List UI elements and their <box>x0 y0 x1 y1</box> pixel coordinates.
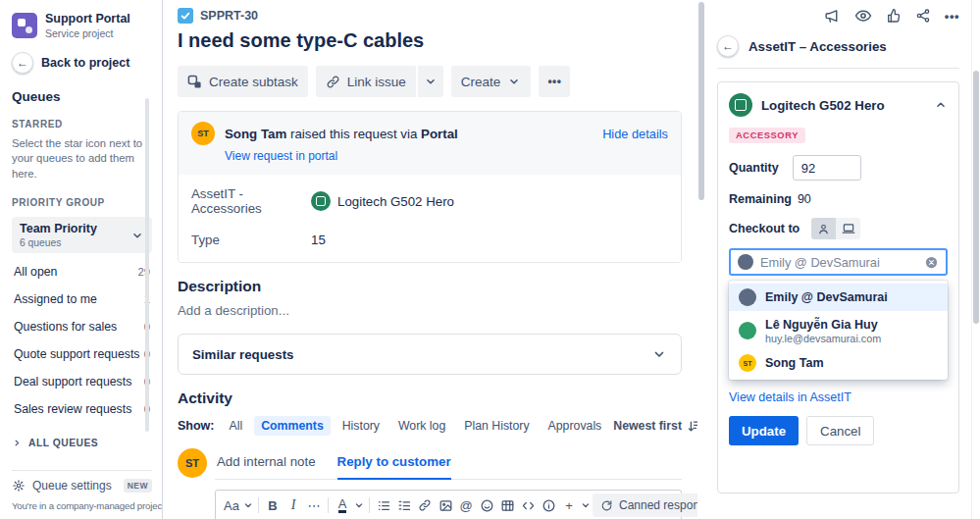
tab-add-internal-note[interactable]: Add internal note <box>217 448 316 479</box>
breadcrumb-issue-key[interactable]: SPPRT-30 <box>200 9 258 23</box>
feedback-button[interactable] <box>824 8 841 25</box>
dropdown-item-huy[interactable]: Lê Nguyễn Gia Huy huy.le@devsamurai.com <box>729 311 948 349</box>
chevron-down-icon <box>242 499 254 511</box>
chevron-down-icon <box>651 346 667 362</box>
watch-button[interactable] <box>854 7 872 25</box>
gear-icon <box>12 479 26 493</box>
image-icon <box>438 498 453 513</box>
team-priority-label: Team Priority <box>20 222 97 235</box>
numbered-list-button[interactable] <box>394 493 414 517</box>
eye-icon <box>854 7 872 25</box>
more-formatting-button[interactable]: ⋯ <box>304 493 324 517</box>
activity-filter-bar: Show: All Comments History Work log Plan… <box>178 416 682 436</box>
view-request-in-portal-link[interactable]: View request in portal <box>225 149 337 163</box>
priority-group-heading: PRIORITY GROUP <box>12 197 152 208</box>
field-value-asset[interactable]: Logitech G502 Hero <box>311 191 454 211</box>
remaining-value: 90 <box>798 192 811 206</box>
checkout-target-toggle <box>811 218 860 239</box>
queue-settings[interactable]: Queue settings NEW <box>12 479 152 493</box>
queues-heading: Queues <box>12 89 152 104</box>
selected-user-value: Emily @ DevSamurai <box>760 255 917 270</box>
reporter-avatar: ST <box>191 122 215 145</box>
sidebar-scrollbar[interactable] <box>145 98 149 432</box>
all-queues-label: ALL QUEUES <box>28 438 98 448</box>
text-color-button[interactable]: A <box>333 493 352 517</box>
canned-responses-button[interactable]: Canned responses <box>593 493 697 517</box>
right-scrollbar-track[interactable] <box>971 0 980 519</box>
asset-avatar-icon <box>311 191 331 211</box>
insert-more-button[interactable]: + <box>559 493 579 517</box>
insert-image-button[interactable] <box>436 493 455 517</box>
right-scrollbar-thumb[interactable] <box>973 71 979 324</box>
sidebar-item-sales-review-requests[interactable]: Sales review requests 0 <box>12 395 152 423</box>
code-block-button[interactable] <box>518 493 538 517</box>
text-style-button[interactable]: Aa <box>222 493 241 517</box>
main-scrollbar-track[interactable] <box>697 0 705 519</box>
italic-button[interactable]: I <box>284 493 303 517</box>
mention-button[interactable]: @ <box>456 493 476 517</box>
asset-card-header[interactable]: Logitech G502 Hero <box>729 93 948 117</box>
editor-toolbar: Aa B I ⋯ A @ + <box>216 491 681 519</box>
dropdown-item-song-tam[interactable]: ST Song Tam <box>729 349 948 377</box>
chevron-right-icon <box>12 438 23 448</box>
sidebar-item-deal-support-requests[interactable]: Deal support requests 0 <box>12 368 152 395</box>
activity-filter-worklog[interactable]: Work log <box>391 416 452 436</box>
user-avatar <box>739 288 756 306</box>
all-queues-toggle[interactable]: ALL QUEUES <box>12 438 152 448</box>
info-icon <box>542 498 556 513</box>
insert-table-button[interactable] <box>497 493 517 517</box>
thumbs-up-icon <box>886 8 902 24</box>
sidebar-item-assigned-to-me[interactable]: Assigned to me 1 <box>12 285 152 313</box>
similar-requests-panel[interactable]: Similar requests <box>178 334 682 375</box>
link-issue-dropdown-button[interactable] <box>418 66 443 97</box>
more-button[interactable]: ••• <box>945 9 959 24</box>
sidebar-item-all-open[interactable]: All open 29 <box>12 258 152 285</box>
dropdown-item-emily[interactable]: Emily @ DevSamurai <box>729 284 948 311</box>
back-to-project[interactable]: ← Back to project <box>12 52 152 74</box>
card-actions: Update Cancel <box>729 416 948 445</box>
back-arrow-icon: ← <box>12 52 33 74</box>
quantity-label: Quantity <box>729 161 779 175</box>
clear-selection-icon[interactable] <box>924 255 939 270</box>
activity-heading: Activity <box>178 389 682 407</box>
link-issue-button[interactable]: Link issue <box>316 66 416 97</box>
share-button[interactable] <box>915 8 931 24</box>
field-value-type[interactable]: 15 <box>311 233 326 247</box>
create-subtask-button[interactable]: Create subtask <box>178 66 308 97</box>
emoji-button[interactable] <box>477 493 496 517</box>
activity-filter-plan-history[interactable]: Plan History <box>457 416 536 436</box>
sidebar-item-quote-support-requests[interactable]: Quote support requests 0 <box>12 340 152 368</box>
cancel-button[interactable]: Cancel <box>806 416 874 445</box>
checkout-user-combobox[interactable]: Emily @ DevSamurai <box>729 248 948 276</box>
update-button[interactable]: Update <box>729 416 799 445</box>
activity-filter-history[interactable]: History <box>335 416 387 436</box>
bold-button[interactable]: B <box>263 493 283 517</box>
team-priority-selector[interactable]: Team Priority 6 queues <box>12 217 152 253</box>
project-logo <box>12 13 37 38</box>
sort-order-button[interactable]: Newest first <box>613 419 697 434</box>
team-priority-count: 6 queues <box>20 237 97 248</box>
view-details-link[interactable]: View details in AssetIT <box>729 390 851 404</box>
vote-button[interactable] <box>886 8 902 24</box>
main-scrollbar-thumb[interactable] <box>698 2 704 200</box>
create-button[interactable]: Create <box>451 66 532 97</box>
chevron-up-icon[interactable] <box>934 98 948 112</box>
person-icon <box>817 223 830 235</box>
checkout-to-device-button[interactable] <box>836 218 860 239</box>
bullet-list-button[interactable] <box>374 493 393 517</box>
sidebar-item-questions-for-sales[interactable]: Questions for sales 0 <box>12 313 152 340</box>
insert-link-button[interactable] <box>415 493 435 517</box>
panel-back-button[interactable]: ← <box>717 35 739 57</box>
activity-filter-approvals[interactable]: Approvals <box>542 416 609 436</box>
info-panel-button[interactable] <box>539 493 558 517</box>
tab-reply-to-customer[interactable]: Reply to customer <box>337 448 451 480</box>
checkout-to-user-button[interactable] <box>811 218 836 239</box>
refresh-icon <box>600 499 613 512</box>
more-actions-button[interactable]: ••• <box>539 66 570 97</box>
activity-filter-all[interactable]: All <box>223 416 250 436</box>
hide-details-link[interactable]: Hide details <box>602 127 668 141</box>
activity-filter-comments[interactable]: Comments <box>254 416 331 436</box>
description-placeholder[interactable]: Add a description... <box>178 303 682 318</box>
quantity-input[interactable] <box>793 155 861 181</box>
comment-editor[interactable]: Aa B I ⋯ A @ + <box>215 490 682 519</box>
